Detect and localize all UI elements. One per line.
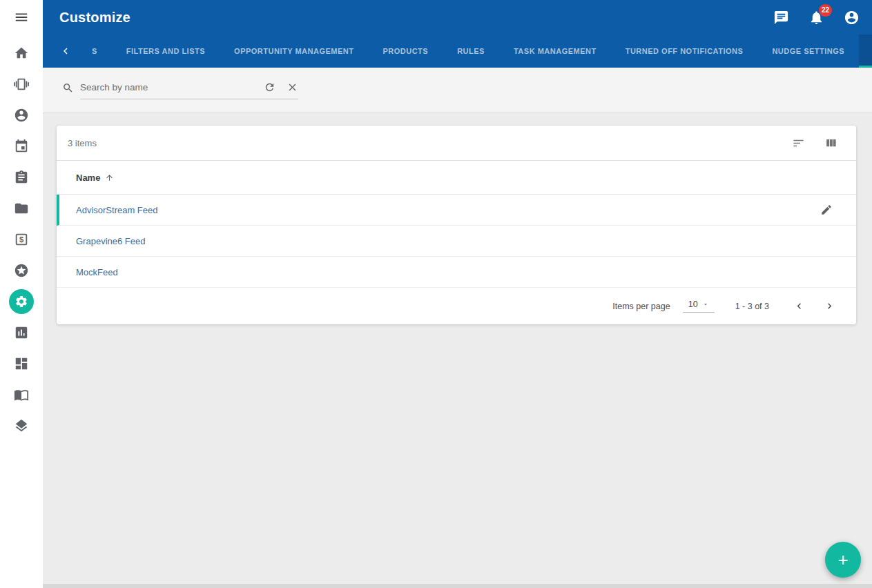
refresh-icon[interactable] [264, 81, 275, 93]
table-toolbar: 3 items [57, 126, 856, 161]
column-header-name[interactable]: Name [57, 161, 856, 195]
notifications-bell-icon[interactable]: 22 [808, 10, 824, 26]
folder-icon[interactable] [0, 193, 43, 224]
book-icon[interactable] [0, 379, 43, 410]
feed-link[interactable]: MockFeed [76, 267, 118, 277]
plus-icon: + [837, 549, 848, 571]
edit-icon[interactable] [820, 204, 833, 216]
notification-badge: 22 [819, 4, 832, 17]
dollar-icon[interactable]: $ [0, 224, 43, 255]
star-circle-icon[interactable] [0, 255, 43, 286]
settings-gear-icon[interactable] [0, 286, 43, 317]
previous-page-icon[interactable] [787, 295, 811, 318]
items-per-page-label: Items per page [612, 302, 670, 311]
svg-text:$: $ [19, 235, 23, 244]
search-icon [62, 82, 74, 99]
tabs-scroll-left-icon[interactable] [50, 35, 77, 68]
search-input-wrap [80, 81, 298, 99]
table-row[interactable]: Grapevine6 Feed [57, 226, 856, 257]
clipboard-icon[interactable] [0, 161, 43, 193]
tab-inform-settings[interactable]: INFORM SETTINGS [859, 35, 872, 68]
layers-icon[interactable] [0, 410, 43, 441]
main-area: Customize 22 S FILTERS AND LISTS OPPORTU… [43, 0, 872, 588]
table-tools [792, 137, 837, 150]
add-button[interactable]: + [825, 542, 861, 578]
dropdown-arrow-icon [702, 301, 709, 308]
search-toolbar [43, 68, 872, 113]
tab-nudge-settings[interactable]: NUDGE SETTINGS [757, 35, 859, 68]
sidebar: $ [0, 0, 43, 588]
page-size-select[interactable]: 10 [683, 300, 715, 313]
tab-products[interactable]: PRODUCTS [368, 35, 443, 68]
table-row[interactable]: AdvisorStream Feed [57, 195, 856, 226]
page-title: Customize [59, 10, 773, 26]
feed-link[interactable]: AdvisorStream Feed [76, 205, 158, 215]
feeds-table-card: 3 items Name AdvisorStream Feed [57, 126, 856, 324]
header-actions: 22 [773, 10, 860, 26]
tab-rules[interactable]: RULES [443, 35, 499, 68]
account-circle-icon[interactable] [844, 10, 860, 26]
tab-truncated[interactable]: S [77, 35, 112, 68]
tab-bar: S FILTERS AND LISTS OPPORTUNITY MANAGEME… [43, 35, 872, 68]
chat-icon[interactable] [773, 10, 789, 26]
tab-task-management[interactable]: TASK MANAGEMENT [499, 35, 611, 68]
clear-search-icon[interactable] [287, 81, 298, 93]
sort-ascending-icon [105, 173, 114, 182]
dashboard-icon[interactable] [0, 348, 43, 379]
bar-chart-icon[interactable] [0, 317, 43, 348]
tab-filters-and-lists[interactable]: FILTERS AND LISTS [112, 35, 220, 68]
paginator: Items per page 10 1 - 3 of 3 [57, 288, 856, 324]
person-icon[interactable] [0, 99, 43, 130]
page-range-label: 1 - 3 of 3 [735, 302, 769, 311]
table-row[interactable]: MockFeed [57, 257, 856, 288]
menu-icon[interactable] [0, 0, 43, 35]
home-icon[interactable] [0, 37, 43, 68]
calendar-icon[interactable] [0, 130, 43, 161]
vibration-icon[interactable] [0, 68, 43, 99]
search-input[interactable] [80, 82, 253, 92]
view-columns-icon[interactable] [824, 137, 837, 150]
tab-turned-off-notifications[interactable]: TURNED OFF NOTIFICATIONS [611, 35, 758, 68]
active-item-highlight [9, 289, 34, 314]
app-header: Customize 22 [43, 0, 872, 35]
feed-link[interactable]: Grapevine6 Feed [76, 236, 145, 246]
next-page-icon[interactable] [817, 295, 841, 318]
items-count: 3 items [68, 138, 792, 148]
search-field [62, 81, 298, 99]
sort-icon[interactable] [792, 137, 805, 150]
horizontal-scrollbar[interactable] [43, 584, 872, 588]
tab-opportunity-management[interactable]: OPPORTUNITY MANAGEMENT [220, 35, 368, 68]
